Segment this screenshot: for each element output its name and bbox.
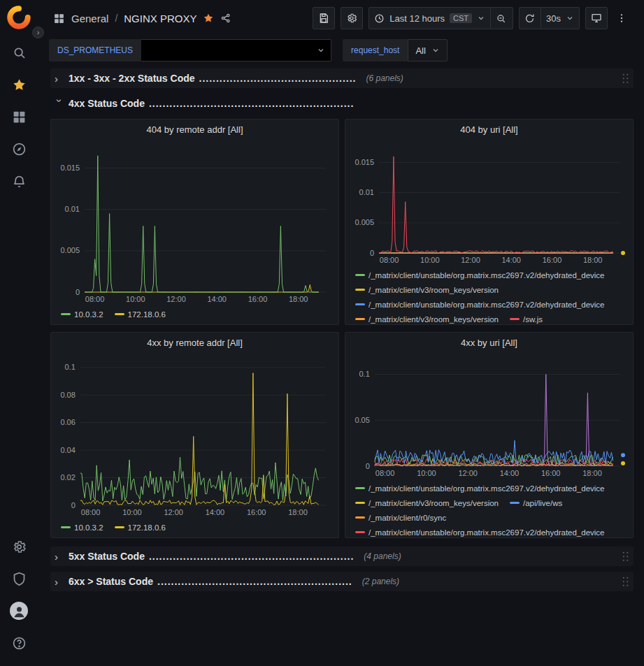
request-host-select[interactable]: All — [408, 39, 447, 61]
svg-text:0.1: 0.1 — [65, 363, 76, 371]
dashboard-title[interactable]: NGINX PROXY — [124, 13, 196, 24]
user-avatar[interactable] — [5, 598, 33, 623]
legend-item[interactable]: /_matrix/client/unstable/org.matrix.msc2… — [355, 301, 605, 309]
refresh-interval-picker[interactable]: 30s — [541, 7, 580, 29]
sidebar: › — [0, 0, 38, 666]
time-range-picker[interactable]: Last 12 hours CST — [368, 7, 491, 29]
panel-404-by-uri: 404 by uri [All] 00.0050.010.01508:0010:… — [345, 119, 634, 325]
panel-title[interactable]: 4xx by remote addr [All] — [54, 333, 336, 354]
sidebar-expand-button[interactable]: › — [32, 27, 44, 38]
favorite-star-icon[interactable] — [203, 13, 214, 24]
row-drag-handle[interactable] — [622, 551, 629, 563]
dashboard-row-6xx[interactable]: › 6xx > Status Code ....................… — [50, 572, 634, 591]
svg-text:0.01: 0.01 — [65, 205, 80, 213]
legend-item[interactable]: /_matrix/client/r0/sync — [355, 514, 446, 522]
svg-text:14:00: 14:00 — [500, 469, 520, 477]
legend-item[interactable]: 10.0.3.2 — [61, 310, 103, 319]
timeseries-chart[interactable]: 00.050.108:0010:0012:0014:0016:0018:00 — [348, 354, 630, 479]
chevron-down-icon — [566, 14, 574, 22]
dashboards-icon[interactable] — [5, 104, 33, 129]
datasource-variable-label[interactable]: DS_PROMETHEUS — [49, 39, 141, 61]
refresh-interval-label: 30s — [546, 13, 561, 24]
zoom-out-button[interactable] — [491, 7, 513, 29]
timeseries-chart[interactable]: 00.0050.010.01508:0010:0012:0014:0016:00… — [348, 140, 630, 266]
refresh-button[interactable] — [519, 7, 541, 29]
svg-text:0.01: 0.01 — [359, 188, 374, 196]
legend-item[interactable]: /_matrix/client/unstable/org.matrix.msc2… — [355, 271, 605, 280]
starred-dashboards-icon[interactable] — [5, 72, 33, 97]
legend-item[interactable]: /_matrix/client/unstable/org.matrix.msc2… — [355, 484, 605, 493]
svg-text:0: 0 — [71, 501, 76, 509]
svg-text:16:00: 16:00 — [543, 256, 562, 264]
legend-series-marker — [355, 318, 365, 320]
time-range-label: Last 12 hours — [389, 13, 445, 24]
legend-series-marker — [355, 289, 365, 291]
dashboard-row-4xx[interactable]: › 4xx Status Code ......................… — [50, 94, 634, 113]
chevron-right-icon: › — [55, 576, 64, 588]
timeseries-chart[interactable]: 00.020.040.060.080.108:0010:0012:0014:00… — [54, 354, 336, 519]
row-drag-handle[interactable] — [622, 576, 629, 588]
chevron-down-icon: › — [54, 99, 66, 108]
request-host-variable-label[interactable]: request_host — [343, 39, 408, 61]
svg-text:10:00: 10:00 — [126, 295, 145, 303]
legend-row: /_matrix/client/unstable/org.matrix.msc2… — [355, 268, 624, 282]
share-icon[interactable] — [220, 13, 231, 24]
alerting-bell-icon[interactable] — [5, 168, 33, 194]
grafana-logo[interactable] — [7, 6, 31, 29]
svg-text:0.04: 0.04 — [60, 446, 75, 454]
legend-item[interactable]: 172.18.0.6 — [115, 523, 166, 532]
top-navbar: General / NGINX PROXY — [38, 0, 644, 36]
breadcrumb-separator: / — [115, 13, 117, 24]
timeseries-chart[interactable]: 00.0050.010.01508:0010:0012:0014:0016:00… — [54, 140, 336, 305]
legend-item[interactable]: /_matrix/client/unstable/org.matrix.msc2… — [355, 528, 605, 537]
svg-text:18:00: 18:00 — [289, 295, 308, 303]
legend-series-label: /_matrix/client/unstable/org.matrix.msc2… — [368, 484, 605, 493]
configuration-gear-icon[interactable] — [5, 534, 33, 559]
save-dashboard-button[interactable] — [313, 7, 335, 29]
panel-title[interactable]: 4xx by uri [All] — [348, 333, 630, 354]
legend-item[interactable]: /_matrix/client/v3/room_keys/version — [355, 499, 499, 507]
row-title-dots: ........................................… — [149, 551, 354, 562]
panel-title[interactable]: 404 by remote addr [All] — [54, 120, 336, 140]
timezone-badge: CST — [450, 13, 472, 23]
svg-text:08:00: 08:00 — [85, 295, 105, 303]
dashboard-row-5xx[interactable]: › 5xx Status Code ......................… — [50, 546, 634, 566]
dashboard-settings-button[interactable] — [341, 7, 363, 29]
svg-text:10:00: 10:00 — [420, 256, 440, 264]
row-panel-count: (4 panels) — [364, 551, 401, 561]
svg-text:14:00: 14:00 — [501, 256, 521, 264]
panel-4xx-by-uri: 4xx by uri [All] 00.050.108:0010:0012:00… — [345, 332, 634, 538]
legend-item[interactable]: /_matrix/client/v3/room_keys/version — [355, 286, 499, 294]
svg-text:14:00: 14:00 — [207, 295, 227, 303]
row-title: 6xx > Status Code — [69, 576, 153, 587]
legend-series-marker — [115, 526, 124, 528]
legend-item[interactable]: /sw.js — [510, 315, 543, 324]
svg-text:0: 0 — [76, 288, 80, 296]
legend-series-marker — [355, 502, 365, 504]
legend-item[interactable]: 10.0.3.2 — [61, 523, 103, 532]
server-admin-shield-icon[interactable] — [5, 566, 33, 591]
legend-item[interactable]: /_matrix/client/v3/room_keys/version — [355, 315, 499, 324]
legend-series-label: 10.0.3.2 — [74, 310, 103, 319]
svg-text:10:00: 10:00 — [417, 469, 436, 477]
chevron-right-icon: › — [55, 551, 64, 563]
search-icon[interactable] — [5, 40, 33, 65]
panel-title[interactable]: 404 by uri [All] — [348, 120, 630, 140]
chart-svg: 00.0050.010.01508:0010:0012:0014:0016:00… — [54, 140, 336, 305]
breadcrumb-folder[interactable]: General — [71, 13, 108, 24]
chevron-down-icon — [477, 14, 485, 22]
dashboard-row-1xx-3xx-2xx[interactable]: › 1xx - 3xx - 2xx Status Code ..........… — [50, 68, 634, 88]
legend-item[interactable]: /api/live/ws — [510, 499, 562, 507]
row-drag-handle[interactable] — [622, 73, 629, 85]
svg-text:0.1: 0.1 — [359, 370, 370, 378]
legend-item[interactable]: 172.18.0.6 — [115, 310, 166, 319]
help-icon[interactable] — [5, 630, 33, 656]
tv-mode-button[interactable] — [585, 7, 608, 29]
kebab-menu-icon[interactable] — [613, 7, 636, 29]
legend-series-marker — [510, 318, 520, 320]
datasource-select[interactable] — [141, 39, 331, 61]
explore-compass-icon[interactable] — [5, 136, 33, 161]
legend-series-label: 172.18.0.6 — [128, 523, 166, 532]
panels-grid: 404 by remote addr [All] 00.0050.010.015… — [50, 119, 634, 538]
variables-bar: DS_PROMETHEUS request_host All — [38, 36, 644, 64]
